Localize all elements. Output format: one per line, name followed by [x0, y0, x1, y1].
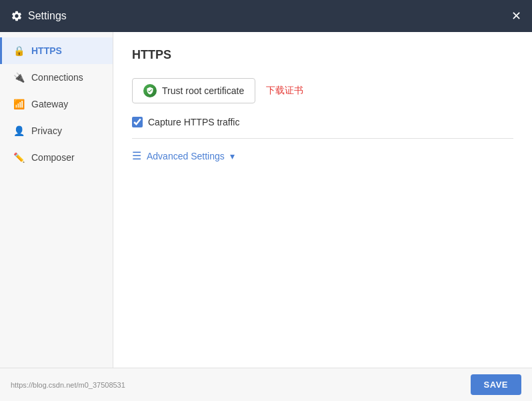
cert-icon — [143, 84, 157, 97]
sidebar-label-https: HTTPS — [31, 45, 62, 56]
gear-icon — [11, 10, 23, 22]
connections-icon: 🔌 — [13, 72, 25, 83]
capture-traffic-row: Capture HTTPS traffic — [132, 117, 513, 127]
sidebar-item-gateway[interactable]: 📶 Gateway — [0, 91, 113, 117]
cert-button-label: Trust root certificate — [162, 85, 244, 96]
download-cert-link[interactable]: 下载证书 — [266, 85, 303, 97]
sidebar-label-composer: Composer — [31, 152, 75, 163]
trust-cert-button[interactable]: Trust root certificate — [132, 78, 255, 103]
main-body: 🔒 HTTPS 🔌 Connections 📶 Gateway 👤 Privac… — [0, 32, 532, 368]
https-icon: 🔒 — [13, 45, 25, 56]
sidebar-item-connections[interactable]: 🔌 Connections — [0, 64, 113, 91]
close-button[interactable]: ✕ — [511, 10, 521, 22]
sidebar-item-privacy[interactable]: 👤 Privacy — [0, 117, 113, 144]
capture-traffic-checkbox[interactable] — [132, 117, 143, 127]
advanced-settings-toggle[interactable]: ☰ Advanced Settings ▾ — [132, 149, 513, 162]
gateway-icon: 📶 — [13, 99, 25, 109]
privacy-icon: 👤 — [13, 125, 25, 136]
sidebar-label-gateway: Gateway — [31, 99, 68, 109]
content-area: HTTPS Trust root certificate 下载证书 Captur… — [113, 32, 532, 368]
window-title: Settings — [28, 10, 67, 22]
chevron-down-icon: ▾ — [230, 151, 235, 161]
sidebar-item-https[interactable]: 🔒 HTTPS — [0, 37, 113, 64]
advanced-icon: ☰ — [132, 149, 141, 162]
page-title: HTTPS — [132, 48, 513, 62]
cert-row: Trust root certificate 下载证书 — [132, 78, 513, 103]
sidebar-item-composer[interactable]: ✏️ Composer — [0, 144, 113, 171]
sidebar-label-connections: Connections — [31, 72, 83, 83]
sidebar: 🔒 HTTPS 🔌 Connections 📶 Gateway 👤 Privac… — [0, 32, 113, 368]
titlebar-left: Settings — [11, 10, 67, 22]
footer-link: https://blog.csdn.net/m0_37508531 — [11, 381, 125, 389]
capture-traffic-label: Capture HTTPS traffic — [148, 117, 239, 127]
advanced-settings-label: Advanced Settings — [147, 151, 225, 161]
divider — [132, 138, 513, 139]
titlebar: Settings ✕ — [0, 0, 532, 32]
shield-check-icon — [146, 87, 154, 95]
sidebar-label-privacy: Privacy — [31, 125, 62, 136]
footer: https://blog.csdn.net/m0_37508531 SAVE — [0, 368, 532, 401]
settings-window: Settings ✕ 🔒 HTTPS 🔌 Connections 📶 Gatew… — [0, 0, 532, 401]
save-button[interactable]: SAVE — [471, 374, 521, 395]
composer-icon: ✏️ — [13, 152, 25, 163]
